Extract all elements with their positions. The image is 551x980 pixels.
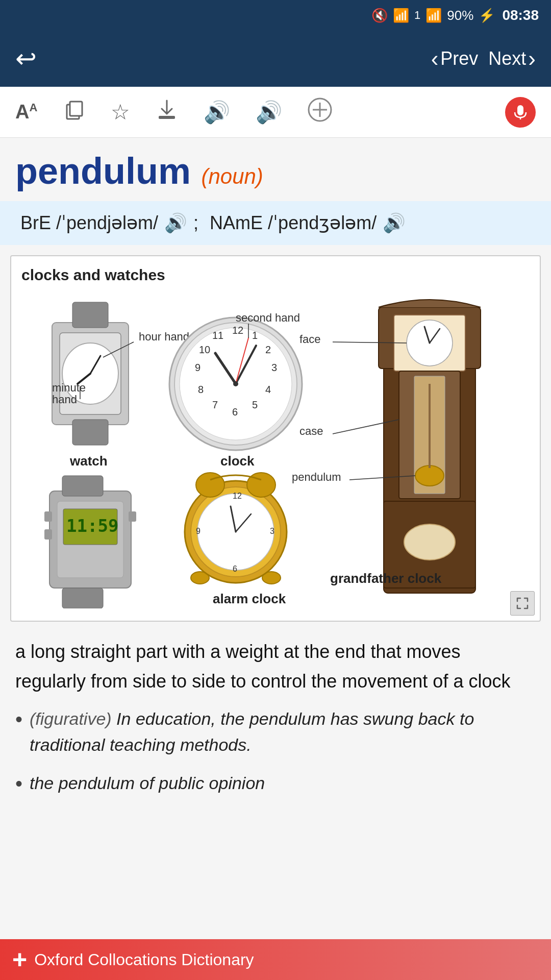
svg-text:2: 2 (265, 344, 271, 355)
svg-text:watch: watch (69, 453, 108, 469)
svg-text:9: 9 (195, 362, 201, 373)
svg-text:9: 9 (196, 527, 201, 535)
bre-speaker-icon[interactable]: 🔊 (164, 212, 187, 234)
svg-text:7: 7 (212, 399, 218, 410)
svg-text:alarm clock: alarm clock (213, 591, 286, 606)
svg-rect-70 (62, 588, 103, 608)
bottom-bar-label: Oxford Collocations Dictionary (34, 950, 254, 969)
example-sentence-2: the pendulum of public opinion (30, 773, 265, 793)
example-text-2: the pendulum of public opinion (30, 770, 265, 796)
sim-icon: 1 (414, 9, 420, 22)
bottom-bar[interactable]: + Oxford Collocations Dictionary (0, 939, 551, 980)
image-box-title: clocks and watches (21, 266, 530, 284)
prev-button[interactable]: ‹ Prev (431, 46, 479, 71)
svg-text:4: 4 (265, 384, 271, 395)
definition-text: a long straight part with a weight at th… (15, 637, 536, 696)
svg-text:11: 11 (212, 330, 223, 341)
svg-rect-2 (159, 116, 175, 119)
example-text-1: (figurative) In education, the pendulum … (30, 706, 536, 758)
svg-point-39 (233, 381, 238, 386)
svg-text:case: case (299, 425, 323, 437)
bookmark-button[interactable]: ☆ (111, 100, 130, 125)
name-pronunciation: NAmE /ˈpendʒələm/ (210, 212, 377, 234)
svg-text:11:59: 11:59 (66, 516, 118, 536)
add-button[interactable] (308, 97, 332, 127)
svg-text:grandfather clock: grandfather clock (330, 571, 442, 586)
time-display: 08:38 (502, 7, 539, 23)
prev-label: Prev (440, 48, 478, 69)
definition-section: a long straight part with a weight at th… (0, 627, 551, 821)
clocks-illustration: hour hand minute hand watch 12 1 2 3 4 5… (21, 292, 532, 608)
status-icons: 🔇 📶 1 📶 90% ⚡ 08:38 (371, 7, 539, 23)
svg-text:1: 1 (252, 330, 258, 341)
svg-rect-66 (44, 511, 52, 522)
svg-rect-13 (72, 302, 108, 328)
word-pos: (noun) (201, 164, 263, 188)
svg-text:clock: clock (220, 453, 255, 469)
word-header: pendulum (noun) (0, 138, 551, 201)
name-speaker-icon[interactable]: 🔊 (383, 212, 406, 234)
mute-icon: 🔇 (371, 8, 388, 23)
speaker-blue-button[interactable]: 🔊 (256, 100, 282, 125)
download-button[interactable] (156, 99, 178, 126)
signal-icon: 📶 (425, 8, 442, 23)
svg-rect-6 (517, 105, 523, 115)
svg-text:hour hand: hour hand (139, 330, 189, 343)
nav-actions: ‹ Prev Next › (431, 46, 536, 71)
svg-text:10: 10 (199, 344, 210, 355)
bre-pronunciation: BrE /ˈpendjələm/ (20, 212, 158, 234)
battery-text: 90% (447, 8, 473, 23)
svg-text:5: 5 (252, 399, 258, 410)
svg-text:12: 12 (232, 325, 243, 336)
svg-rect-1 (70, 102, 82, 116)
svg-rect-67 (44, 529, 52, 540)
svg-rect-14 (72, 420, 108, 445)
svg-text:3: 3 (271, 362, 277, 373)
svg-text:hand: hand (52, 393, 77, 406)
svg-text:digital watch: digital watch (62, 606, 142, 608)
pronunciation-separator: ; (193, 212, 204, 234)
status-bar: 🔇 📶 1 📶 90% ⚡ 08:38 (0, 0, 551, 31)
svg-text:8: 8 (198, 384, 204, 395)
expand-button[interactable] (510, 591, 535, 616)
pronunciation-bar: BrE /ˈpendjələm/ 🔊 ; NAmE /ˈpendʒələm/ 🔊 (0, 201, 551, 245)
svg-text:6: 6 (232, 406, 238, 418)
nav-bar: ↩ ‹ Prev Next › (0, 31, 551, 87)
svg-rect-68 (129, 511, 136, 522)
example-item-1: • (figurative) In education, the pendulu… (15, 706, 536, 758)
svg-text:pendulum: pendulum (292, 471, 341, 483)
toolbar: AA ☆ 🔊 🔊 (0, 87, 551, 138)
mic-button[interactable] (505, 97, 536, 128)
font-size-button[interactable]: AA (15, 101, 37, 123)
example-list: • (figurative) In education, the pendulu… (15, 706, 536, 799)
svg-point-51 (415, 465, 444, 486)
next-chevron: › (528, 46, 536, 71)
charging-icon: ⚡ (479, 8, 495, 23)
speaker-red-button[interactable]: 🔊 (204, 100, 230, 125)
next-button[interactable]: Next › (488, 46, 536, 71)
svg-text:3: 3 (270, 527, 274, 535)
example-item-2: • the pendulum of public opinion (15, 770, 536, 799)
word-title: pendulum (15, 151, 191, 191)
svg-point-54 (404, 524, 455, 560)
copy-button[interactable] (63, 99, 85, 126)
svg-text:12: 12 (233, 492, 242, 500)
svg-text:6: 6 (233, 565, 237, 573)
bottom-bar-plus-icon: + (12, 945, 27, 974)
back-button[interactable]: ↩ (15, 44, 37, 74)
bullet-2: • (15, 768, 22, 799)
svg-text:second hand: second hand (236, 311, 300, 324)
next-label: Next (488, 48, 526, 69)
figurative-label-1: (figurative) (30, 709, 112, 728)
image-box: clocks and watches hour hand minute hand… (10, 255, 541, 622)
prev-chevron: ‹ (431, 46, 439, 71)
svg-text:minute: minute (52, 381, 86, 394)
wifi-icon: 📶 (393, 8, 409, 23)
svg-text:face: face (299, 333, 321, 346)
svg-rect-69 (62, 476, 103, 496)
bullet-1: • (15, 704, 22, 734)
